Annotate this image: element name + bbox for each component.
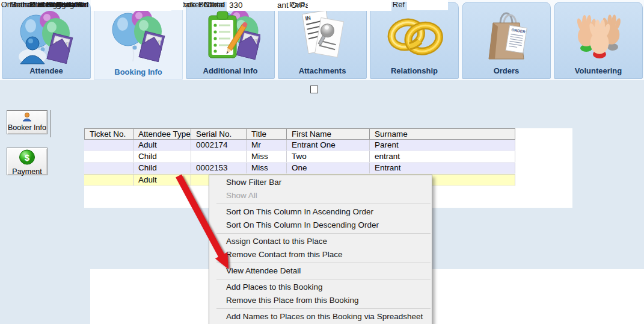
menu-item-add-places[interactable]: Add Places to this Booking <box>209 281 432 294</box>
cell-title[interactable]: Mr <box>247 140 287 151</box>
menu-item-add-names-spreadsheet[interactable]: Add Names to Places on this Booking via … <box>209 310 432 323</box>
additional-info-icon <box>200 6 260 69</box>
volunteering-icon <box>568 6 628 69</box>
table-row[interactable]: Adult 0002174 Mr Entrant One Parent <box>84 140 515 151</box>
tab-attachments-label: Attachments <box>278 66 366 75</box>
booking-info-icon <box>108 4 168 67</box>
paid-extra-field[interactable] <box>369 0 391 11</box>
relationship-icon <box>384 6 444 69</box>
tab-additional-info[interactable]: Additional Info <box>186 2 275 79</box>
grid-header-row: Ticket No. Attendee Type Serial No. Titl… <box>84 128 515 140</box>
menu-separator <box>216 204 431 204</box>
column-header-surname[interactable]: Surname <box>370 128 515 140</box>
menu-item-show-filter-bar[interactable]: Show Filter Bar <box>209 176 432 189</box>
cut-off-label: C <box>203 0 209 9</box>
cell-ticket-no[interactable] <box>84 140 133 151</box>
column-header-serial-no[interactable]: Serial No. <box>191 128 247 140</box>
booking-window: EVENT <box>0 0 644 324</box>
paid-label: Paid <box>259 0 305 9</box>
on-behalf-field[interactable] <box>91 0 183 10</box>
column-header-title[interactable]: Title <box>247 128 287 140</box>
table-row[interactable]: Child Miss Two entrant <box>84 151 515 163</box>
tab-attachments[interactable]: IN <box>278 2 367 79</box>
menu-item-sort-ascending[interactable]: Sort On This Column In Ascending Order <box>209 205 432 219</box>
menu-separator <box>216 263 431 263</box>
tab-attendee[interactable]: Attendee <box>2 2 91 79</box>
cell-attendee-type[interactable]: Child <box>133 151 191 162</box>
svg-text:IN: IN <box>305 15 311 22</box>
cell-surname[interactable]: Entrant <box>370 163 515 173</box>
payment-button-label: Payment <box>12 167 41 176</box>
cell-first-name[interactable]: Entrant One <box>287 140 370 151</box>
cell-surname[interactable]: Parent <box>370 140 515 151</box>
tab-relationship[interactable]: Relationship <box>370 2 459 79</box>
orders-icon: ORDER <box>476 6 536 69</box>
tab-relationship-label: Relationship <box>370 66 458 75</box>
tab-orders[interactable]: ORDER Orders <box>462 2 551 79</box>
payment-button[interactable]: $ Payment <box>7 148 48 175</box>
tab-orders-label: Orders <box>462 66 550 75</box>
booker-info-icon <box>7 112 47 123</box>
tab-additional-info-label: Additional Info <box>186 66 274 75</box>
column-header-attendee-type[interactable]: Attendee Type <box>133 128 191 140</box>
tab-booking-info[interactable]: Booking Info <box>94 0 183 80</box>
cell-serial-no[interactable]: 0002174 <box>191 140 247 151</box>
table-row[interactable]: Child 0002153 Miss One Entrant <box>84 163 515 174</box>
confirmation-ref-field[interactable] <box>407 0 448 10</box>
cell-first-name[interactable]: Two <box>287 151 370 162</box>
cell-first-name[interactable]: One <box>287 163 370 173</box>
tab-attendee-label: Attendee <box>2 66 90 75</box>
tentative-checkbox[interactable] <box>310 86 318 93</box>
payment-icon: $ <box>7 149 47 167</box>
cell-surname[interactable]: entrant <box>370 151 515 162</box>
cell-attendee-type[interactable]: Adult <box>133 140 191 151</box>
booker-info-button[interactable]: Booker Info <box>7 110 48 134</box>
menu-item-view-attendee-detail[interactable]: View Attendee Detail <box>209 264 432 278</box>
booker-info-button-label: Booker Info <box>8 123 46 132</box>
cut-off-field-edge <box>433 0 441 10</box>
menu-item-show-all: Show All <box>209 189 432 202</box>
menu-item-remove-place[interactable]: Remove this Place from this Booking <box>209 294 432 307</box>
cell-ticket-no[interactable] <box>84 151 133 162</box>
cell-ticket-no[interactable] <box>84 175 133 185</box>
column-header-ticket-no[interactable]: Ticket No. <box>84 128 133 140</box>
divider-line <box>50 110 51 137</box>
menu-separator <box>216 308 431 309</box>
cell-serial-no[interactable] <box>191 151 247 162</box>
cell-attendee-type[interactable]: Child <box>133 163 191 173</box>
grid-context-menu: Show Filter Bar Show All Sort On This Co… <box>209 175 432 324</box>
attendee-icon <box>16 6 76 69</box>
column-header-first-name[interactable]: First Name <box>287 128 370 140</box>
booking-notes-label: Booking Notes <box>0 0 88 9</box>
tab-booking-info-label: Booking Info <box>94 67 182 76</box>
attachments-icon: IN <box>292 6 352 69</box>
cell-serial-no[interactable]: 0002153 <box>191 163 247 173</box>
cell-ticket-no[interactable] <box>84 163 133 173</box>
tab-volunteering[interactable]: Volunteering <box>554 2 643 79</box>
cell-attendee-type[interactable]: Adult <box>133 175 191 185</box>
menu-separator <box>216 279 431 279</box>
cell-title[interactable]: Miss <box>247 163 287 173</box>
menu-separator <box>216 233 431 234</box>
menu-item-sort-descending[interactable]: Sort On This Column In Descending Order <box>209 219 432 232</box>
tab-strip: Attendee Booking Info <box>0 0 644 80</box>
menu-item-remove-contact[interactable]: Remove Contact from this Place <box>209 248 432 261</box>
cell-title[interactable]: Miss <box>247 151 287 162</box>
svg-text:$: $ <box>25 152 30 163</box>
paid-field[interactable] <box>308 0 367 11</box>
tab-volunteering-label: Volunteering <box>554 66 642 75</box>
menu-item-assign-contact[interactable]: Assign Contact to this Place <box>209 235 432 248</box>
